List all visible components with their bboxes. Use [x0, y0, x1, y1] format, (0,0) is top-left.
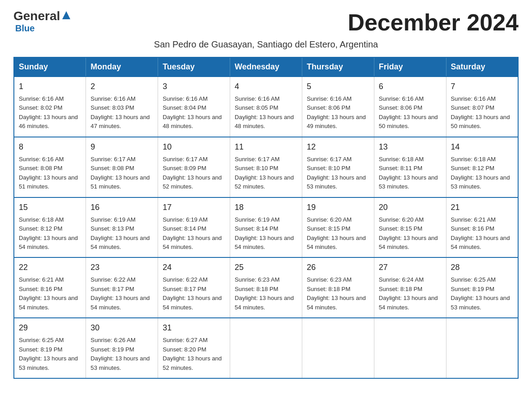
day-info: Sunrise: 6:17 AMSunset: 8:09 PMDaylight:…	[163, 156, 222, 190]
calendar-day-cell: 2 Sunrise: 6:16 AMSunset: 8:03 PMDayligh…	[86, 77, 158, 137]
calendar-day-cell	[446, 318, 518, 378]
calendar-day-cell: 18 Sunrise: 6:19 AMSunset: 8:14 PMDaylig…	[230, 197, 302, 258]
day-number: 6	[379, 81, 442, 93]
day-info: Sunrise: 6:16 AMSunset: 8:04 PMDaylight:…	[163, 95, 222, 129]
calendar-day-cell: 23 Sunrise: 6:22 AMSunset: 8:17 PMDaylig…	[86, 257, 158, 318]
calendar-day-cell	[230, 318, 302, 378]
calendar-day-cell: 26 Sunrise: 6:23 AMSunset: 8:18 PMDaylig…	[302, 257, 374, 318]
calendar-day-cell	[374, 318, 446, 378]
day-info: Sunrise: 6:18 AMSunset: 8:11 PMDaylight:…	[379, 156, 438, 190]
calendar-day-cell: 1 Sunrise: 6:16 AMSunset: 8:02 PMDayligh…	[14, 77, 86, 137]
calendar-day-cell: 8 Sunrise: 6:16 AMSunset: 8:08 PMDayligh…	[14, 137, 86, 197]
calendar-day-cell: 10 Sunrise: 6:17 AMSunset: 8:09 PMDaylig…	[158, 137, 230, 197]
day-number: 13	[379, 141, 442, 153]
calendar-week-row: 8 Sunrise: 6:16 AMSunset: 8:08 PMDayligh…	[14, 137, 518, 197]
day-number: 29	[19, 322, 81, 334]
calendar-day-cell: 3 Sunrise: 6:16 AMSunset: 8:04 PMDayligh…	[158, 77, 230, 137]
calendar-day-cell: 19 Sunrise: 6:20 AMSunset: 8:15 PMDaylig…	[302, 197, 374, 258]
weekday-header-row: SundayMondayTuesdayWednesdayThursdayFrid…	[14, 57, 518, 77]
day-number: 26	[307, 261, 369, 274]
day-info: Sunrise: 6:22 AMSunset: 8:17 PMDaylight:…	[90, 276, 150, 310]
day-number: 12	[307, 141, 369, 153]
day-info: Sunrise: 6:16 AMSunset: 8:08 PMDaylight:…	[19, 156, 78, 190]
header: General Blue December 2024	[13, 9, 519, 36]
day-info: Sunrise: 6:17 AMSunset: 8:10 PMDaylight:…	[307, 156, 366, 190]
day-info: Sunrise: 6:18 AMSunset: 8:12 PMDaylight:…	[19, 216, 78, 250]
weekday-header-wednesday: Wednesday	[230, 57, 302, 77]
day-info: Sunrise: 6:20 AMSunset: 8:15 PMDaylight:…	[379, 216, 438, 250]
day-info: Sunrise: 6:16 AMSunset: 8:06 PMDaylight:…	[379, 95, 438, 129]
day-info: Sunrise: 6:16 AMSunset: 8:03 PMDaylight:…	[90, 95, 150, 129]
day-info: Sunrise: 6:16 AMSunset: 8:07 PMDaylight:…	[451, 95, 510, 129]
day-number: 11	[235, 141, 297, 153]
calendar-day-cell: 29 Sunrise: 6:25 AMSunset: 8:19 PMDaylig…	[14, 318, 86, 378]
weekday-header-sunday: Sunday	[14, 57, 86, 77]
day-info: Sunrise: 6:25 AMSunset: 8:19 PMDaylight:…	[451, 276, 510, 310]
day-number: 17	[163, 201, 225, 214]
day-info: Sunrise: 6:16 AMSunset: 8:02 PMDaylight:…	[19, 95, 78, 129]
weekday-header-friday: Friday	[374, 57, 446, 77]
day-number: 15	[19, 201, 81, 214]
calendar-week-row: 29 Sunrise: 6:25 AMSunset: 8:19 PMDaylig…	[14, 318, 518, 378]
day-info: Sunrise: 6:19 AMSunset: 8:14 PMDaylight:…	[235, 216, 294, 250]
calendar-day-cell: 6 Sunrise: 6:16 AMSunset: 8:06 PMDayligh…	[374, 77, 446, 137]
day-info: Sunrise: 6:26 AMSunset: 8:19 PMDaylight:…	[90, 337, 150, 371]
day-number: 28	[451, 261, 513, 274]
day-info: Sunrise: 6:18 AMSunset: 8:12 PMDaylight:…	[451, 156, 510, 190]
day-number: 27	[379, 261, 442, 274]
calendar-day-cell: 25 Sunrise: 6:23 AMSunset: 8:18 PMDaylig…	[230, 257, 302, 318]
logo-blue-text: Blue	[15, 23, 34, 34]
logo-general-text: General	[13, 9, 60, 23]
day-info: Sunrise: 6:25 AMSunset: 8:19 PMDaylight:…	[19, 337, 78, 371]
calendar-day-cell: 4 Sunrise: 6:16 AMSunset: 8:05 PMDayligh…	[230, 77, 302, 137]
day-number: 25	[235, 261, 297, 274]
logo: General Blue	[13, 9, 71, 34]
logo-triangle-icon	[61, 10, 71, 20]
calendar-day-cell: 21 Sunrise: 6:21 AMSunset: 8:16 PMDaylig…	[446, 197, 518, 258]
calendar-day-cell: 24 Sunrise: 6:22 AMSunset: 8:17 PMDaylig…	[158, 257, 230, 318]
calendar-day-cell: 13 Sunrise: 6:18 AMSunset: 8:11 PMDaylig…	[374, 137, 446, 197]
calendar-day-cell: 31 Sunrise: 6:27 AMSunset: 8:20 PMDaylig…	[158, 318, 230, 378]
calendar-day-cell: 28 Sunrise: 6:25 AMSunset: 8:19 PMDaylig…	[446, 257, 518, 318]
weekday-header-tuesday: Tuesday	[158, 57, 230, 77]
day-info: Sunrise: 6:17 AMSunset: 8:08 PMDaylight:…	[90, 156, 150, 190]
location-title: San Pedro de Guasayan, Santiago del Este…	[13, 39, 519, 50]
svg-marker-0	[62, 11, 70, 19]
day-number: 9	[90, 141, 153, 153]
day-number: 20	[379, 201, 442, 214]
calendar-day-cell: 30 Sunrise: 6:26 AMSunset: 8:19 PMDaylig…	[86, 318, 158, 378]
calendar-day-cell: 12 Sunrise: 6:17 AMSunset: 8:10 PMDaylig…	[302, 137, 374, 197]
weekday-header-saturday: Saturday	[446, 57, 518, 77]
day-number: 18	[235, 201, 297, 214]
calendar-day-cell: 14 Sunrise: 6:18 AMSunset: 8:12 PMDaylig…	[446, 137, 518, 197]
day-info: Sunrise: 6:19 AMSunset: 8:14 PMDaylight:…	[163, 216, 222, 250]
day-number: 14	[451, 141, 513, 153]
day-number: 3	[163, 81, 225, 93]
day-number: 8	[19, 141, 81, 153]
calendar-day-cell: 16 Sunrise: 6:19 AMSunset: 8:13 PMDaylig…	[86, 197, 158, 258]
calendar-day-cell: 7 Sunrise: 6:16 AMSunset: 8:07 PMDayligh…	[446, 77, 518, 137]
month-title: December 2024	[348, 9, 519, 36]
day-number: 1	[19, 81, 81, 93]
day-number: 10	[163, 141, 225, 153]
calendar-day-cell: 11 Sunrise: 6:17 AMSunset: 8:10 PMDaylig…	[230, 137, 302, 197]
day-number: 24	[163, 261, 225, 274]
day-info: Sunrise: 6:23 AMSunset: 8:18 PMDaylight:…	[307, 276, 366, 310]
calendar-day-cell: 17 Sunrise: 6:19 AMSunset: 8:14 PMDaylig…	[158, 197, 230, 258]
calendar-day-cell: 22 Sunrise: 6:21 AMSunset: 8:16 PMDaylig…	[14, 257, 86, 318]
calendar-day-cell: 5 Sunrise: 6:16 AMSunset: 8:06 PMDayligh…	[302, 77, 374, 137]
day-number: 22	[19, 261, 81, 274]
day-info: Sunrise: 6:21 AMSunset: 8:16 PMDaylight:…	[19, 276, 78, 310]
day-info: Sunrise: 6:16 AMSunset: 8:05 PMDaylight:…	[235, 95, 294, 129]
day-info: Sunrise: 6:22 AMSunset: 8:17 PMDaylight:…	[163, 276, 222, 310]
day-number: 4	[235, 81, 297, 93]
calendar-week-row: 1 Sunrise: 6:16 AMSunset: 8:02 PMDayligh…	[14, 77, 518, 137]
calendar-day-cell: 27 Sunrise: 6:24 AMSunset: 8:18 PMDaylig…	[374, 257, 446, 318]
day-info: Sunrise: 6:19 AMSunset: 8:13 PMDaylight:…	[90, 216, 150, 250]
day-number: 31	[163, 322, 225, 334]
day-info: Sunrise: 6:23 AMSunset: 8:18 PMDaylight:…	[235, 276, 294, 310]
day-info: Sunrise: 6:24 AMSunset: 8:18 PMDaylight:…	[379, 276, 438, 310]
calendar-week-row: 22 Sunrise: 6:21 AMSunset: 8:16 PMDaylig…	[14, 257, 518, 318]
day-number: 2	[90, 81, 153, 93]
weekday-header-monday: Monday	[86, 57, 158, 77]
